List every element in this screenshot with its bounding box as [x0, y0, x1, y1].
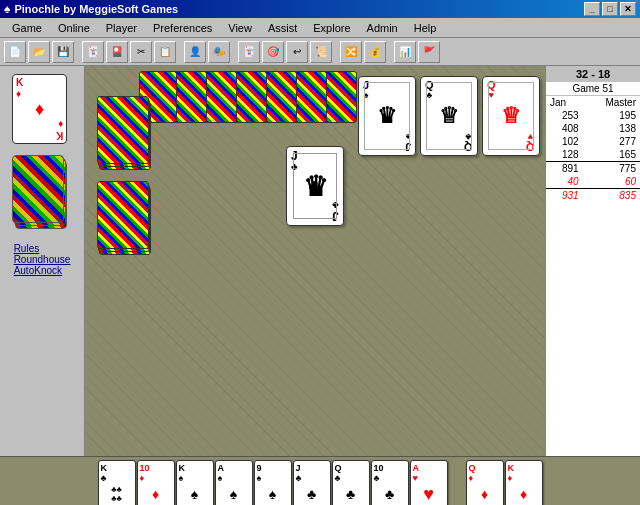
app-icon: ♠: [4, 2, 10, 16]
menu-preferences[interactable]: Preferences: [145, 20, 220, 36]
score-header: 32 - 18: [546, 66, 640, 82]
maximize-button[interactable]: □: [602, 2, 618, 16]
main-area: K♦ ♦ K♦ Rules Roundhouse AutoKnock: [0, 66, 640, 456]
left-panel: K♦ ♦ K♦ Rules Roundhouse AutoKnock: [0, 66, 85, 456]
menu-view[interactable]: View: [220, 20, 260, 36]
close-button[interactable]: ✕: [620, 2, 636, 16]
hand-card-8[interactable]: A♥ ♥ A: [410, 460, 448, 505]
player-hand-right: Q♦ ♦ Q K♦ ♦ K: [466, 460, 543, 505]
hand-card-6[interactable]: Q♣ ♣ Q: [332, 460, 370, 505]
toolbar-rules[interactable]: 📜: [310, 41, 332, 63]
toolbar-new[interactable]: 📄: [4, 41, 26, 63]
window-title: Pinochle by MeggieSoft Games: [14, 3, 584, 15]
hand-area: K♣ ♣♣♣♣ K 10♦ ♦ 10 K♠ ♠ K A♠ ♠ A 9♠ ♠ 9: [0, 456, 640, 505]
toolbar-btn1[interactable]: 🃏: [82, 41, 104, 63]
toolbar-btn4[interactable]: 📋: [154, 41, 176, 63]
rules-label[interactable]: Rules: [14, 243, 71, 254]
left-panel-labels: Rules Roundhouse AutoKnock: [14, 243, 71, 276]
score-row-2: 408 138: [546, 122, 640, 135]
trump-card: K♦ ♦ K♦: [12, 74, 67, 144]
score-row-4: 128 165: [546, 148, 640, 162]
score-row-3: 102 277: [546, 135, 640, 148]
toolbar-btn2[interactable]: 🎴: [106, 41, 128, 63]
opponent-played-cards: J♠ ♛ J♠ Q♣ ♕ Q♣ Q♥ ♕ Q♥: [358, 76, 540, 156]
toolbar-undo[interactable]: ↩: [286, 41, 308, 63]
menu-explore[interactable]: Explore: [305, 20, 358, 36]
toolbar-deal[interactable]: 🎯: [262, 41, 284, 63]
score-row-1: 253 195: [546, 109, 640, 122]
toolbar-flag[interactable]: 🚩: [418, 41, 440, 63]
score-panel: 32 - 18 Game 51 Jan Master 253 195 408 1…: [545, 66, 640, 456]
toolbar-money[interactable]: 💰: [364, 41, 386, 63]
played-card-center: J ♣ ♣ J ♣ ♛: [286, 146, 344, 226]
toolbar-btn3[interactable]: ✂: [130, 41, 152, 63]
hand-card-7[interactable]: 10♣ ♣ 10: [371, 460, 409, 505]
roundhouse-label[interactable]: Roundhouse: [14, 254, 71, 265]
hand-card-10[interactable]: K♦ ♦ K: [505, 460, 543, 505]
minimize-button[interactable]: _: [584, 2, 600, 16]
hand-card-0[interactable]: K♣ ♣♣♣♣ K: [98, 460, 136, 505]
menubar: Game Online Player Preferences View Assi…: [0, 18, 640, 38]
player-hand: K♣ ♣♣♣♣ K 10♦ ♦ 10 K♠ ♠ K A♠ ♠ A 9♠ ♠ 9: [98, 460, 448, 505]
toolbar-save[interactable]: 💾: [52, 41, 74, 63]
score-current: 40 60: [546, 175, 640, 189]
score-table: Jan Master 253 195 408 138 102 277 128 1…: [546, 96, 640, 202]
menu-player[interactable]: Player: [98, 20, 145, 36]
score-col1-header: Jan: [546, 96, 583, 109]
toolbar-open[interactable]: 📂: [28, 41, 50, 63]
hand-card-3[interactable]: A♠ ♠ A: [215, 460, 253, 505]
toolbar-score[interactable]: 📊: [394, 41, 416, 63]
titlebar: ♠ Pinochle by MeggieSoft Games _ □ ✕: [0, 0, 640, 18]
score-total: 931 835: [546, 189, 640, 203]
hand-card-5[interactable]: J♣ ♣ J: [293, 460, 331, 505]
score-game: Game 51: [546, 82, 640, 96]
toolbar-player2[interactable]: 🎭: [208, 41, 230, 63]
menu-help[interactable]: Help: [406, 20, 445, 36]
opponent-hand-top: [147, 71, 357, 123]
hand-card-4[interactable]: 9♠ ♠ 9: [254, 460, 292, 505]
toolbar-shuffle[interactable]: 🔀: [340, 41, 362, 63]
toolbar: 📄 📂 💾 🃏 🎴 ✂ 📋 👤 🎭 🃏 🎯 ↩ 📜 🔀 💰 📊 🚩: [0, 38, 640, 66]
score-subtotal: 891 775: [546, 162, 640, 176]
menu-game[interactable]: Game: [4, 20, 50, 36]
menu-assist[interactable]: Assist: [260, 20, 305, 36]
toolbar-cards[interactable]: 🃏: [238, 41, 260, 63]
game-table: J ♣ ♣ J ♣ ♛ J♠ ♛ J♠: [85, 66, 545, 456]
score-col2-header: Master: [583, 96, 640, 109]
menu-admin[interactable]: Admin: [359, 20, 406, 36]
hand-card-1[interactable]: 10♦ ♦ 10: [137, 460, 175, 505]
hand-card-2[interactable]: K♠ ♠ K: [176, 460, 214, 505]
toolbar-player[interactable]: 👤: [184, 41, 206, 63]
hand-card-9[interactable]: Q♦ ♦ Q: [466, 460, 504, 505]
menu-online[interactable]: Online: [50, 20, 98, 36]
autoknock-label[interactable]: AutoKnock: [14, 265, 71, 276]
